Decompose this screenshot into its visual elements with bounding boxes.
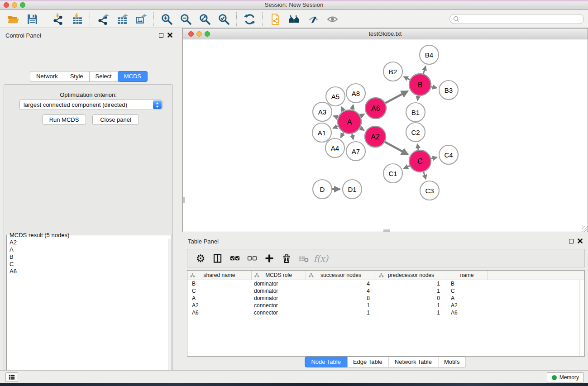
task-history-button[interactable]: [5, 372, 18, 382]
edge-A-A1[interactable]: [333, 126, 338, 128]
table-cell[interactable]: dominator: [252, 287, 306, 295]
close-panel-icon[interactable]: [167, 33, 172, 38]
table-cell[interactable]: C: [187, 287, 252, 295]
table-cell[interactable]: A2: [446, 302, 488, 309]
zoom-window-button[interactable]: [20, 2, 25, 8]
table-row[interactable]: Bdominator41B: [187, 280, 584, 287]
table-cell[interactable]: A2: [187, 302, 252, 309]
edge-C-C1[interactable]: [404, 166, 410, 168]
node-A6[interactable]: A6: [365, 98, 386, 119]
mcds-result-item[interactable]: A: [10, 246, 169, 253]
table-cell[interactable]: C: [446, 287, 488, 295]
table-cell[interactable]: 4: [306, 280, 376, 287]
float-table-panel-icon[interactable]: [569, 239, 574, 243]
node-A5[interactable]: A5: [326, 87, 345, 106]
tab-motifs[interactable]: Motifs: [438, 357, 466, 367]
column-header-shared-name[interactable]: shared name: [187, 271, 252, 280]
node-A4[interactable]: A4: [325, 138, 344, 157]
table-row[interactable]: Adominator80A: [187, 295, 584, 302]
node-C4[interactable]: C4: [439, 145, 458, 164]
table-row[interactable]: Cdominator41C: [187, 287, 584, 295]
minimize-window-button[interactable]: [12, 2, 17, 8]
tab-select[interactable]: Select: [89, 71, 118, 82]
node-C1[interactable]: C1: [383, 164, 402, 183]
export-image-button[interactable]: [131, 12, 150, 26]
mcds-result-item[interactable]: B: [10, 253, 169, 261]
table-cell[interactable]: connector: [252, 302, 306, 309]
show-graphics-details-button[interactable]: [323, 12, 342, 26]
tab-network[interactable]: Network: [30, 71, 64, 82]
table-cell[interactable]: connector: [252, 309, 306, 316]
table-cell[interactable]: B: [446, 280, 488, 287]
column-header-successor-nodes[interactable]: successor nodes: [306, 271, 376, 280]
search-input[interactable]: [449, 14, 584, 24]
memory-button[interactable]: Memory: [547, 372, 584, 382]
node-C3[interactable]: C3: [420, 181, 439, 200]
edge-A6-B[interactable]: [385, 91, 408, 103]
criterion-dropdown[interactable]: largest connected component (directed): [19, 100, 163, 110]
edge-B-B4[interactable]: [423, 66, 425, 74]
table-cell[interactable]: 1: [306, 302, 376, 309]
tab-edge-table[interactable]: Edge Table: [347, 357, 389, 367]
zoom-out-button[interactable]: [176, 12, 195, 26]
node-B4[interactable]: B4: [420, 45, 439, 64]
node-C[interactable]: C: [409, 150, 431, 172]
node-B[interactable]: B: [409, 74, 431, 95]
edge-A-A4[interactable]: [341, 133, 344, 138]
settings-button[interactable]: ⚙: [192, 252, 209, 265]
refresh-view-button[interactable]: [240, 12, 259, 26]
tab-mcds[interactable]: MCDS: [118, 71, 148, 82]
table-cell[interactable]: 8: [306, 295, 376, 302]
edge-C-C2[interactable]: [417, 144, 418, 150]
home-button[interactable]: [285, 12, 304, 26]
minimize-network-window-button[interactable]: [196, 31, 202, 37]
table-cell[interactable]: 1: [376, 287, 446, 295]
tab-style[interactable]: Style: [64, 71, 90, 82]
node-A2[interactable]: A2: [365, 126, 386, 147]
horizontal-scroll-thumb[interactable]: [383, 229, 390, 232]
table-cell[interactable]: dominator: [252, 280, 306, 287]
table-cell[interactable]: 1: [376, 309, 446, 316]
table-cell[interactable]: A6: [187, 309, 252, 316]
mcds-result-item[interactable]: C: [10, 261, 169, 268]
edge-A-A7[interactable]: [352, 133, 354, 139]
save-session-button[interactable]: [23, 12, 42, 26]
deselect-all-button[interactable]: [244, 252, 261, 265]
close-table-panel-icon[interactable]: [578, 238, 583, 243]
close-network-window-button[interactable]: [188, 31, 194, 37]
mcds-result-item[interactable]: A6: [10, 268, 169, 275]
hide-graphics-details-button[interactable]: [304, 12, 323, 26]
export-table-button[interactable]: [112, 12, 131, 26]
network-canvas[interactable]: B4B2BB3B1A5A8A6A3AC2A1A2A4A7C4CC1C3DD1: [183, 39, 588, 232]
node-A8[interactable]: A8: [346, 84, 365, 103]
graph-nodes[interactable]: B4B2BB3B1A5A8A6A3AC2A1A2A4A7C4CC1C3DD1: [312, 45, 458, 200]
node-D[interactable]: D: [313, 180, 332, 199]
resize-grip[interactable]: [582, 226, 588, 232]
zoom-selected-button[interactable]: [214, 12, 233, 26]
column-header-name[interactable]: name: [446, 271, 488, 280]
column-header-MCDS-role[interactable]: MCDS role: [252, 271, 306, 280]
delete-table-button[interactable]: [295, 252, 312, 265]
edge-A2-C[interactable]: [385, 142, 408, 154]
table-cell[interactable]: 4: [306, 287, 376, 295]
table-cell[interactable]: 1: [376, 302, 446, 309]
table-cell[interactable]: A: [187, 295, 252, 302]
function-builder-button[interactable]: f(x): [312, 252, 330, 265]
zoom-in-button[interactable]: [157, 12, 176, 26]
node-B1[interactable]: B1: [406, 103, 425, 122]
open-file-button[interactable]: [4, 12, 23, 26]
edge-A-A3[interactable]: [334, 116, 338, 118]
edge-B-B1[interactable]: [417, 96, 418, 100]
result-scrollbar[interactable]: [168, 239, 171, 386]
export-network-button[interactable]: [93, 12, 112, 26]
edge-B-B2[interactable]: [404, 76, 410, 80]
table-cell[interactable]: 1: [376, 280, 446, 287]
close-panel-button[interactable]: Close panel: [92, 114, 139, 125]
edge-A-A6[interactable]: [360, 114, 364, 116]
import-network-button[interactable]: [48, 12, 67, 26]
zoom-network-window-button[interactable]: [205, 31, 210, 37]
import-table-button[interactable]: [67, 12, 86, 26]
table-row[interactable]: A2connector11A2: [187, 302, 584, 309]
table-scrollbar[interactable]: [579, 280, 584, 356]
table-cell[interactable]: dominator: [252, 295, 306, 302]
